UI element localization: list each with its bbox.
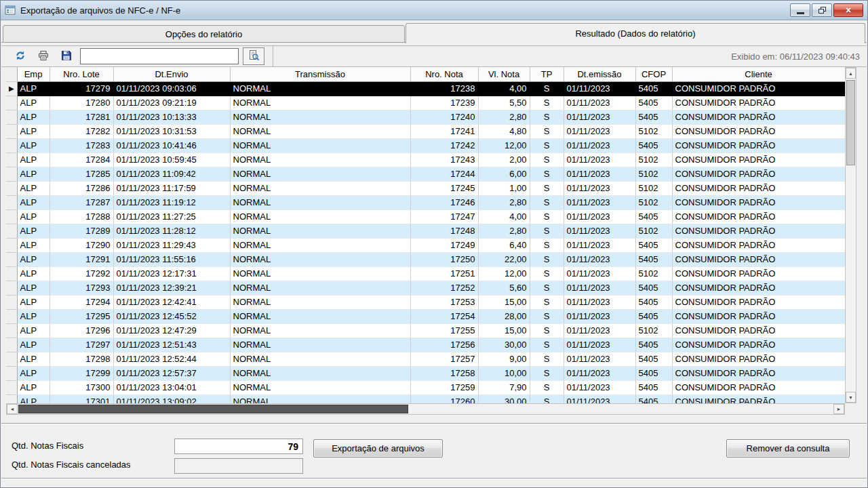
cell[interactable]: 01/11/2023 [564, 167, 635, 181]
cell[interactable]: ALP [17, 167, 50, 181]
cell[interactable]: ALP [17, 266, 50, 281]
cell[interactable]: 22,00 [478, 252, 530, 266]
cell[interactable]: ALP [17, 338, 50, 352]
cell[interactable]: S [530, 96, 564, 110]
cell[interactable]: 5405 [635, 394, 672, 403]
cell[interactable]: 17246 [410, 195, 478, 209]
cell[interactable]: 5102 [635, 167, 672, 181]
cell[interactable]: 01/11/2023 [564, 124, 635, 138]
column-header-nro-lote[interactable]: Nro. Lote [50, 67, 113, 81]
cell[interactable]: 01/11/2023 [564, 266, 635, 281]
cell[interactable]: 17250 [410, 252, 478, 266]
cell[interactable]: 01/11/2023 [564, 309, 635, 323]
table-row[interactable]: ALP1728101/11/2023 10:13:33NORMAL172402,… [6, 110, 845, 124]
cell[interactable]: 5405 [635, 309, 672, 323]
cell[interactable]: 5102 [635, 152, 672, 167]
cell[interactable]: 01/11/2023 [564, 352, 635, 366]
cell[interactable]: 17298 [50, 352, 113, 366]
cell[interactable]: 2,80 [478, 110, 530, 124]
cell[interactable]: 5,50 [478, 96, 530, 110]
cell[interactable]: 17292 [50, 266, 113, 281]
cell[interactable]: 01/11/2023 12:42:41 [113, 295, 230, 309]
cell[interactable]: 9,00 [478, 352, 530, 366]
table-row[interactable]: ▶ALP1727901/11/2023 09:03:06NORMAL172384… [6, 81, 845, 96]
cell[interactable]: CONSUMIDOR PADRÃO [672, 110, 845, 124]
cell[interactable]: NORMAL [230, 323, 410, 338]
cell[interactable]: 17287 [50, 195, 113, 209]
cell[interactable]: S [530, 266, 564, 281]
cell[interactable]: 01/11/2023 10:31:53 [113, 124, 230, 138]
cell[interactable]: 5405 [635, 366, 672, 380]
cell[interactable]: S [530, 209, 564, 224]
app-grid-icon[interactable] [5, 5, 16, 16]
preview-button[interactable] [243, 47, 264, 65]
cell[interactable]: NORMAL [230, 209, 410, 224]
column-header-transmiss-o[interactable]: Transmissão [230, 67, 410, 81]
cell[interactable]: 4,00 [478, 209, 530, 224]
cell[interactable]: 5405 [635, 238, 672, 252]
cell[interactable]: 2,80 [478, 195, 530, 209]
cell[interactable]: 17293 [50, 281, 113, 295]
cell[interactable]: 15,00 [478, 323, 530, 338]
cell[interactable]: CONSUMIDOR PADRÃO [672, 181, 845, 195]
cell[interactable]: 17297 [50, 338, 113, 352]
cell[interactable]: NORMAL [230, 181, 410, 195]
cell[interactable]: ALP [17, 380, 50, 394]
cell[interactable]: S [530, 352, 564, 366]
cell[interactable]: 5405 [635, 380, 672, 394]
cell[interactable]: 01/11/2023 11:55:16 [113, 252, 230, 266]
cell[interactable]: 01/11/2023 [564, 138, 635, 152]
table-row[interactable]: ALP1728401/11/2023 10:59:45NORMAL172432,… [6, 152, 845, 167]
cell[interactable]: 17294 [50, 295, 113, 309]
cell[interactable]: 17251 [410, 266, 478, 281]
cell[interactable]: S [530, 366, 564, 380]
column-header-vl-nota[interactable]: Vl. Nota [478, 67, 530, 81]
column-header-cliente[interactable]: Cliente [672, 67, 845, 81]
cell[interactable]: NORMAL [230, 352, 410, 366]
cell[interactable]: 17301 [50, 394, 113, 403]
cell[interactable]: 01/11/2023 11:27:25 [113, 209, 230, 224]
cell[interactable]: 17243 [410, 152, 478, 167]
cell[interactable]: S [530, 238, 564, 252]
cell[interactable]: 5405 [635, 252, 672, 266]
cell[interactable]: 01/11/2023 11:09:42 [113, 167, 230, 181]
cell[interactable]: 5405 [635, 110, 672, 124]
cell[interactable]: 01/11/2023 [564, 181, 635, 195]
cell[interactable]: 17258 [410, 366, 478, 380]
cell[interactable]: 01/11/2023 12:39:21 [113, 281, 230, 295]
cell[interactable]: CONSUMIDOR PADRÃO [672, 352, 845, 366]
cell[interactable]: 01/11/2023 11:17:59 [113, 181, 230, 195]
cell[interactable]: 01/11/2023 [564, 338, 635, 352]
scroll-right-icon[interactable]: ► [833, 404, 844, 414]
cell[interactable]: S [530, 152, 564, 167]
cell[interactable]: 5405 [635, 281, 672, 295]
table-row[interactable]: ALP1728501/11/2023 11:09:42NORMAL172446,… [6, 167, 845, 181]
cell[interactable]: 17248 [410, 224, 478, 238]
cell[interactable]: 17300 [50, 380, 113, 394]
cell[interactable]: 30,00 [478, 338, 530, 352]
cell[interactable]: ALP [17, 152, 50, 167]
table-row[interactable]: ALP1729301/11/2023 12:39:21NORMAL172525,… [6, 281, 845, 295]
table-row[interactable]: ALP1729801/11/2023 12:52:44NORMAL172579,… [6, 352, 845, 366]
cell[interactable]: NORMAL [230, 110, 410, 124]
cell[interactable]: ALP [17, 281, 50, 295]
table-row[interactable]: ALP1728701/11/2023 11:19:12NORMAL172462,… [6, 195, 845, 209]
cell[interactable]: 17288 [50, 209, 113, 224]
vertical-scrollbar[interactable]: ▲ ▼ [845, 67, 856, 403]
cell[interactable]: NORMAL [230, 266, 410, 281]
cell[interactable]: CONSUMIDOR PADRÃO [672, 167, 845, 181]
cell[interactable]: S [530, 181, 564, 195]
cell[interactable]: NORMAL [230, 252, 410, 266]
cell[interactable]: CONSUMIDOR PADRÃO [672, 238, 845, 252]
cell[interactable]: 01/11/2023 [564, 394, 635, 403]
cell[interactable]: 01/11/2023 [564, 281, 635, 295]
cell[interactable]: S [530, 323, 564, 338]
table-row[interactable]: ALP1730001/11/2023 13:04:01NORMAL172597,… [6, 380, 845, 394]
cell[interactable]: 30,00 [478, 394, 530, 403]
cell[interactable]: 17257 [410, 352, 478, 366]
table-row[interactable]: ALP1729701/11/2023 12:51:43NORMAL1725630… [6, 338, 845, 352]
table-row[interactable]: ALP1728901/11/2023 11:28:12NORMAL172482,… [6, 224, 845, 238]
cell[interactable]: 17283 [50, 138, 113, 152]
cell[interactable]: 17280 [50, 96, 113, 110]
cell[interactable]: CONSUMIDOR PADRÃO [672, 366, 845, 380]
